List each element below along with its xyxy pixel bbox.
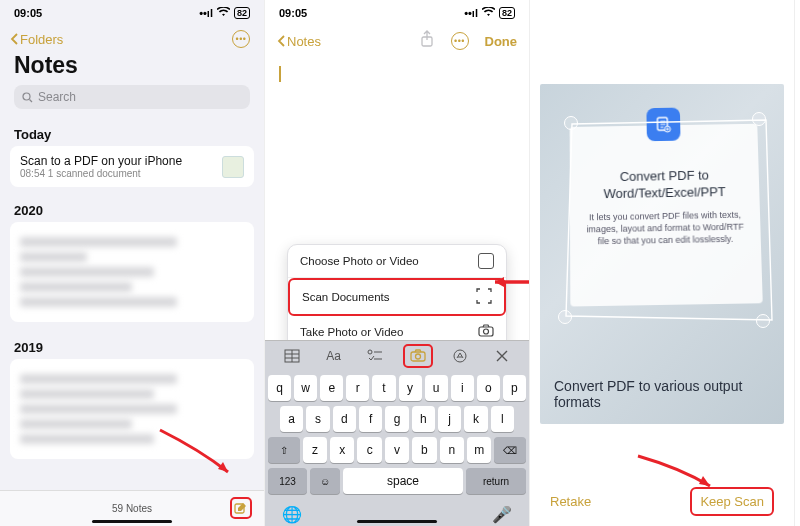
key[interactable]: u xyxy=(425,375,448,401)
key[interactable]: t xyxy=(372,375,395,401)
svg-point-0 xyxy=(23,93,30,100)
home-indicator xyxy=(357,520,437,524)
chevron-left-icon xyxy=(10,33,18,45)
key[interactable]: q xyxy=(268,375,291,401)
status-bar: 09:05 ••ıl 82 xyxy=(0,0,264,26)
share-button[interactable] xyxy=(419,30,435,52)
nav-bar: Notes ••• Done xyxy=(265,26,529,56)
notes-list-screen: 09:05 ••ıl 82 Folders ••• Notes Search T… xyxy=(0,0,265,526)
keep-scan-button[interactable]: Keep Scan xyxy=(690,487,774,516)
back-button[interactable]: Notes xyxy=(277,34,321,49)
key[interactable]: m xyxy=(467,437,491,463)
note-thumbnail xyxy=(222,156,244,178)
wifi-icon xyxy=(482,7,495,19)
more-button[interactable]: ••• xyxy=(451,32,469,50)
page-title: Notes xyxy=(0,52,264,85)
battery-icon: 82 xyxy=(234,7,250,19)
key[interactable]: n xyxy=(440,437,464,463)
chevron-left-icon xyxy=(277,35,285,47)
key[interactable]: y xyxy=(399,375,422,401)
key[interactable]: e xyxy=(320,375,343,401)
key[interactable]: b xyxy=(412,437,436,463)
search-input[interactable]: Search xyxy=(14,85,250,109)
close-toolbar-button[interactable] xyxy=(488,345,516,367)
svg-rect-3 xyxy=(479,327,493,336)
svg-point-8 xyxy=(415,354,420,359)
key[interactable]: f xyxy=(359,406,382,432)
status-right: ••ıl 82 xyxy=(464,7,515,19)
search-placeholder: Search xyxy=(38,90,76,104)
key[interactable]: o xyxy=(477,375,500,401)
key[interactable]: j xyxy=(438,406,461,432)
retake-button[interactable]: Retake xyxy=(550,494,591,509)
note-subtitle: 08:54 1 scanned document xyxy=(20,168,182,179)
camera-icon xyxy=(478,324,494,339)
key[interactable]: v xyxy=(385,437,409,463)
key[interactable]: w xyxy=(294,375,317,401)
key[interactable]: x xyxy=(330,437,354,463)
back-button[interactable]: Folders xyxy=(10,32,63,47)
return-key[interactable]: return xyxy=(466,468,526,494)
markup-button[interactable] xyxy=(446,345,474,367)
key[interactable]: g xyxy=(385,406,408,432)
doc-subheading: Convert PDF to various output formats xyxy=(554,378,774,410)
text-cursor xyxy=(279,66,281,82)
menu-label: Scan Documents xyxy=(302,291,390,303)
format-button[interactable]: Aa xyxy=(319,345,347,367)
status-right: ••ıl 82 xyxy=(199,7,250,19)
scanned-photo: Convert PDF to Word/Text/Excel/PPT It le… xyxy=(540,84,784,424)
key[interactable]: s xyxy=(306,406,329,432)
scan-action-bar: Retake Keep Scan xyxy=(530,476,794,526)
menu-label: Choose Photo or Video xyxy=(300,255,419,267)
note-title: Scan to a PDF on your iPhone xyxy=(20,154,182,168)
back-label: Folders xyxy=(20,32,63,47)
key-row-4: 123 ☺ space return xyxy=(268,468,526,494)
notes-count: 59 Notes xyxy=(112,503,152,514)
key[interactable]: d xyxy=(333,406,356,432)
bottom-toolbar: 59 Notes xyxy=(0,490,264,526)
key[interactable]: p xyxy=(503,375,526,401)
key[interactable]: i xyxy=(451,375,474,401)
compose-button[interactable] xyxy=(230,497,252,519)
more-button[interactable]: ••• xyxy=(232,30,250,48)
key-row-3: ⇧ z x c v b n m ⌫ xyxy=(268,437,526,463)
blurred-notes-group xyxy=(10,222,254,322)
key[interactable]: c xyxy=(357,437,381,463)
key[interactable]: a xyxy=(280,406,303,432)
crop-outline xyxy=(560,114,780,324)
nav-bar: Folders ••• xyxy=(0,26,264,52)
battery-icon: 82 xyxy=(499,7,515,19)
key[interactable]: k xyxy=(464,406,487,432)
section-2019: 2019 xyxy=(0,332,264,359)
status-time: 09:05 xyxy=(279,7,307,19)
note-editor[interactable] xyxy=(265,56,529,236)
scan-preview-screen: Convert PDF to Word/Text/Excel/PPT It le… xyxy=(530,0,795,526)
signal-icon: ••ıl xyxy=(464,7,478,19)
globe-icon[interactable]: 🌐 xyxy=(282,505,302,524)
blurred-notes-group xyxy=(10,359,254,459)
svg-point-6 xyxy=(368,350,372,354)
done-button[interactable]: Done xyxy=(485,34,518,49)
key[interactable]: h xyxy=(412,406,435,432)
space-key[interactable]: space xyxy=(343,468,463,494)
scan-preview-area[interactable]: Convert PDF to Word/Text/Excel/PPT It le… xyxy=(530,0,794,526)
key[interactable]: z xyxy=(303,437,327,463)
emoji-key[interactable]: ☺ xyxy=(310,468,340,494)
mic-icon[interactable]: 🎤 xyxy=(492,505,512,524)
camera-toolbar-button[interactable] xyxy=(403,344,433,368)
section-today: Today xyxy=(0,119,264,146)
wifi-icon xyxy=(217,7,230,19)
key[interactable]: l xyxy=(491,406,514,432)
key[interactable]: r xyxy=(346,375,369,401)
menu-scan-documents[interactable]: Scan Documents xyxy=(288,278,506,316)
numbers-key[interactable]: 123 xyxy=(268,468,307,494)
checklist-button[interactable] xyxy=(361,345,389,367)
table-button[interactable] xyxy=(278,345,306,367)
signal-icon: ••ıl xyxy=(199,7,213,19)
note-edit-screen: 09:05 ••ıl 82 Notes ••• Done Choose Phot… xyxy=(265,0,530,526)
key-row-2: a s d f g h j k l xyxy=(268,406,526,432)
note-item[interactable]: Scan to a PDF on your iPhone 08:54 1 sca… xyxy=(10,146,254,187)
shift-key[interactable]: ⇧ xyxy=(268,437,300,463)
backspace-key[interactable]: ⌫ xyxy=(494,437,526,463)
menu-choose-photo[interactable]: Choose Photo or Video xyxy=(288,245,506,278)
